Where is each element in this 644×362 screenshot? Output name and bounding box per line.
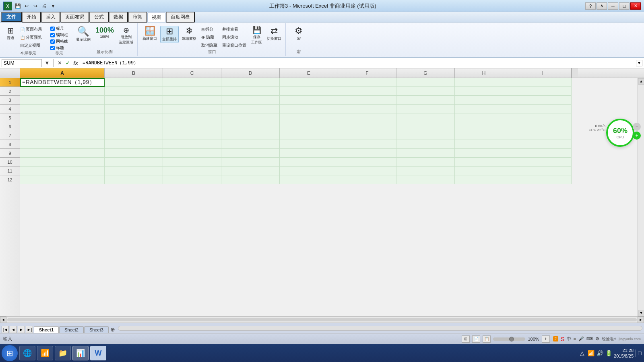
minimize-btn[interactable]: ─ bbox=[608, 2, 618, 10]
cell-g5[interactable] bbox=[396, 113, 455, 122]
cell-e8[interactable] bbox=[280, 140, 338, 149]
cell-g9[interactable] bbox=[396, 149, 455, 158]
start-button[interactable]: ⊞ bbox=[2, 345, 18, 361]
normal-view-status-btn[interactable]: ⊞ bbox=[462, 335, 470, 343]
cell-g11[interactable] bbox=[396, 167, 455, 175]
cell-b4[interactable] bbox=[105, 105, 163, 113]
scroll-track[interactable] bbox=[638, 84, 644, 310]
cell-a10[interactable] bbox=[20, 158, 105, 167]
headings-checkbox-label[interactable]: 标题 bbox=[50, 45, 68, 51]
cell-b7[interactable] bbox=[105, 131, 163, 140]
hide-btn[interactable]: 👁 隐藏 bbox=[200, 34, 219, 41]
freeze-panes-btn[interactable]: ❄ 冻结窗格 bbox=[180, 26, 198, 42]
zoom-in-btn[interactable]: + bbox=[542, 335, 550, 343]
cell-h7[interactable] bbox=[455, 131, 513, 140]
cell-h3[interactable] bbox=[455, 96, 513, 105]
row-header-2[interactable]: 2 bbox=[0, 87, 20, 96]
cell-g1[interactable] bbox=[396, 78, 455, 87]
cell-b2[interactable] bbox=[105, 87, 163, 96]
cell-a5[interactable] bbox=[20, 113, 105, 122]
row-header-10[interactable]: 10 bbox=[0, 158, 20, 167]
cell-a8[interactable] bbox=[20, 140, 105, 149]
new-sheet-btn[interactable]: ⊕ bbox=[109, 326, 116, 333]
cpu-btn-1[interactable]: − bbox=[633, 123, 641, 131]
zoom-thumb[interactable] bbox=[509, 337, 514, 341]
scroll-left-btn[interactable]: ◄ bbox=[0, 317, 6, 323]
cell-f11[interactable] bbox=[338, 167, 396, 175]
row-header-4[interactable]: 4 bbox=[0, 105, 20, 113]
menu-review[interactable]: 审阅 bbox=[128, 12, 147, 23]
taskbar-excel[interactable]: 📊 bbox=[72, 346, 89, 360]
tray-wifi-icon[interactable]: 📶 bbox=[587, 350, 594, 357]
cell-i2[interactable] bbox=[513, 87, 572, 96]
col-header-h[interactable]: H bbox=[455, 68, 513, 78]
cell-e3[interactable] bbox=[280, 96, 338, 105]
close-btn[interactable]: ✕ bbox=[630, 2, 641, 10]
ruler-checkbox-label[interactable]: 标尺 bbox=[50, 26, 68, 31]
col-header-f[interactable]: F bbox=[338, 68, 396, 78]
cell-d2[interactable] bbox=[221, 87, 280, 96]
sheet-tab-2[interactable]: Sheet2 bbox=[59, 326, 84, 333]
taskbar-word[interactable]: W bbox=[90, 346, 106, 360]
cell-e2[interactable] bbox=[280, 87, 338, 96]
normal-view-btn[interactable]: ⊞ 普通 bbox=[4, 26, 17, 41]
cell-h11[interactable] bbox=[455, 167, 513, 175]
cell-d12[interactable] bbox=[221, 175, 280, 184]
cell-i1[interactable] bbox=[513, 78, 572, 87]
cell-d9[interactable] bbox=[221, 149, 280, 158]
show-desktop-btn[interactable]: □ bbox=[635, 350, 642, 357]
cell-a7[interactable] bbox=[20, 131, 105, 140]
cell-h6[interactable] bbox=[455, 122, 513, 131]
row-header-5[interactable]: 5 bbox=[0, 113, 20, 122]
cell-g7[interactable] bbox=[396, 131, 455, 140]
row-header-12[interactable]: 12 bbox=[0, 175, 20, 184]
print-qa-btn[interactable]: 🖨 bbox=[40, 2, 48, 10]
sync-scroll-btn[interactable]: 同步滚动 bbox=[221, 34, 248, 41]
cell-i6[interactable] bbox=[513, 122, 572, 131]
cell-c3[interactable] bbox=[163, 96, 221, 105]
menu-page-layout[interactable]: 页面布局 bbox=[60, 12, 89, 23]
cell-d4[interactable] bbox=[221, 105, 280, 113]
cell-h1[interactable] bbox=[455, 78, 513, 87]
cell-f6[interactable] bbox=[338, 122, 396, 131]
taskbar-wifi[interactable]: 📶 bbox=[37, 346, 53, 360]
cell-b9[interactable] bbox=[105, 149, 163, 158]
cell-h10[interactable] bbox=[455, 158, 513, 167]
cell-f2[interactable] bbox=[338, 87, 396, 96]
ribbon-toggle-btn[interactable]: ∧ bbox=[597, 2, 607, 10]
cell-g8[interactable] bbox=[396, 140, 455, 149]
cell-c1[interactable] bbox=[163, 78, 221, 87]
row-header-7[interactable]: 7 bbox=[0, 131, 20, 140]
expand-formula-btn[interactable]: ▼ bbox=[636, 60, 642, 66]
cell-e4[interactable] bbox=[280, 105, 338, 113]
cell-f8[interactable] bbox=[338, 140, 396, 149]
cell-f9[interactable] bbox=[338, 149, 396, 158]
help-btn[interactable]: ? bbox=[585, 2, 596, 10]
cpu-btn-2[interactable]: + bbox=[633, 132, 641, 140]
cell-e1[interactable] bbox=[280, 78, 338, 87]
row-header-11[interactable]: 11 bbox=[0, 167, 20, 175]
name-box[interactable] bbox=[2, 59, 42, 67]
page-layout-btn[interactable]: 📄 页面布局 bbox=[19, 26, 43, 33]
col-header-c[interactable]: C bbox=[163, 68, 221, 78]
reset-window-btn[interactable]: 重设窗口位置 bbox=[221, 42, 248, 49]
cell-g3[interactable] bbox=[396, 96, 455, 105]
gridlines-checkbox-label[interactable]: 网格线 bbox=[50, 39, 68, 44]
cell-b10[interactable] bbox=[105, 158, 163, 167]
cell-a12[interactable] bbox=[20, 175, 105, 184]
col-header-d[interactable]: D bbox=[221, 68, 280, 78]
cell-e12[interactable] bbox=[280, 175, 338, 184]
cell-f1[interactable] bbox=[338, 78, 396, 87]
zoom-selection-btn[interactable]: ⊕ 缩放到选定区域 bbox=[117, 26, 135, 46]
zoom-100-btn[interactable]: 100% 100% bbox=[94, 26, 116, 39]
cell-a3[interactable] bbox=[20, 96, 105, 105]
cell-b3[interactable] bbox=[105, 96, 163, 105]
maximize-btn[interactable]: □ bbox=[619, 2, 630, 10]
menu-file[interactable]: 文件 bbox=[1, 12, 22, 22]
cell-h8[interactable] bbox=[455, 140, 513, 149]
scroll-track-h[interactable] bbox=[7, 318, 637, 321]
formula-bar-checkbox[interactable] bbox=[50, 33, 55, 37]
grid-area[interactable]: =RANDBETWEEN（1,99） bbox=[20, 78, 638, 316]
cell-c5[interactable] bbox=[163, 113, 221, 122]
vertical-scrollbar[interactable]: ▲ ▼ bbox=[638, 78, 644, 316]
